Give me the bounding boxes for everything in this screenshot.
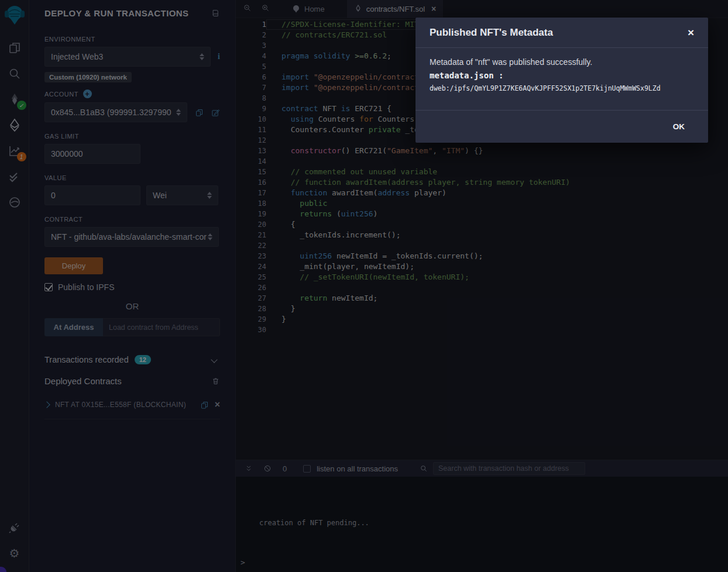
- modal-close-icon[interactable]: ×: [688, 27, 694, 38]
- modal-ipfs-url: dweb:/ipfs/QmYL9P1Z7KE6AQvKJPFF52SX1p2TE…: [430, 84, 694, 92]
- modal-ok-button[interactable]: OK: [673, 122, 685, 131]
- modal-message: Metadata of "nft" was published successf…: [430, 57, 694, 67]
- modal-title: Published NFT's Metadata: [430, 27, 553, 39]
- published-metadata-modal: Published NFT's Metadata × Metadata of "…: [415, 18, 708, 143]
- modal-filename: metadata.json :: [430, 71, 694, 80]
